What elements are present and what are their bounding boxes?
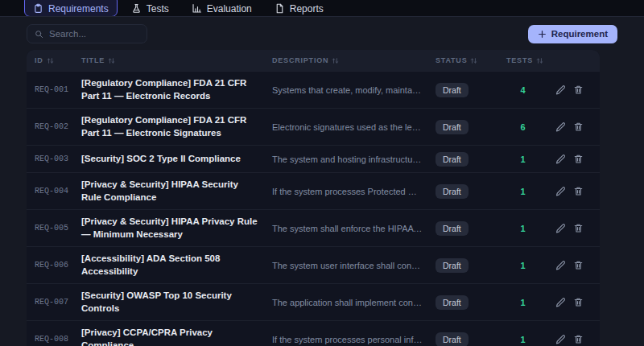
trash-icon bbox=[573, 223, 584, 233]
edit-button[interactable] bbox=[555, 122, 566, 132]
requirement-title: [Security] OWASP Top 10 Security Control… bbox=[73, 284, 264, 320]
tab-reports[interactable]: Reports bbox=[266, 0, 332, 17]
search-box[interactable] bbox=[27, 24, 147, 43]
delete-button[interactable] bbox=[573, 84, 584, 95]
status-badge: Draft bbox=[436, 83, 469, 97]
table-row[interactable]: REQ-003 [Security] SOC 2 Type II Complia… bbox=[27, 145, 600, 172]
edit-button[interactable] bbox=[555, 297, 566, 307]
table-row[interactable]: REQ-007 [Security] OWASP Top 10 Security… bbox=[27, 283, 600, 320]
requirement-description: Electronic signatures used as the legall… bbox=[264, 117, 427, 138]
row-actions bbox=[544, 116, 600, 138]
status-cell: Draft bbox=[427, 178, 498, 204]
requirement-id: REQ-002 bbox=[27, 117, 73, 137]
requirement-id: REQ-006 bbox=[27, 255, 73, 275]
pencil-icon bbox=[555, 297, 566, 307]
row-actions bbox=[544, 79, 600, 101]
tests-count: 1 bbox=[498, 292, 544, 313]
edit-button[interactable] bbox=[555, 186, 566, 196]
delete-button[interactable] bbox=[573, 154, 584, 164]
tests-count: 6 bbox=[498, 117, 544, 138]
tab-label: Reports bbox=[290, 3, 324, 14]
requirement-id: REQ-001 bbox=[27, 80, 73, 100]
tab-evaluation[interactable]: Evaluation bbox=[183, 0, 261, 17]
table-row[interactable]: REQ-008 [Privacy] CCPA/CPRA Privacy Comp… bbox=[27, 320, 600, 346]
add-requirement-label: Requirement bbox=[551, 29, 608, 39]
status-cell: Draft bbox=[427, 146, 498, 172]
requirement-description: The system shall enforce the HIPAA minim… bbox=[264, 218, 427, 239]
row-actions bbox=[544, 328, 600, 346]
status-badge: Draft bbox=[436, 184, 469, 199]
table-row[interactable]: REQ-006 [Accessibility] ADA Section 508 … bbox=[27, 246, 600, 283]
tests-count: 1 bbox=[498, 181, 544, 202]
flask-icon bbox=[131, 3, 142, 14]
requirement-title: [Accessibility] ADA Section 508 Accessib… bbox=[73, 247, 264, 283]
requirement-id: REQ-005 bbox=[27, 218, 73, 238]
delete-button[interactable] bbox=[573, 334, 584, 344]
delete-button[interactable] bbox=[573, 223, 584, 233]
column-header-id[interactable]: ID bbox=[27, 56, 73, 64]
requirement-title: [Regulatory Compliance] FDA 21 CFR Part … bbox=[73, 72, 264, 108]
pencil-icon bbox=[555, 186, 566, 196]
delete-button[interactable] bbox=[573, 260, 584, 270]
requirement-description: The application shall implement controls… bbox=[264, 292, 427, 313]
column-header-description[interactable]: Description bbox=[264, 56, 427, 64]
sort-icon bbox=[108, 57, 115, 64]
trash-icon bbox=[573, 334, 584, 344]
requirements-table: IDTitleDescriptionStatusTests REQ-001 [R… bbox=[27, 50, 600, 346]
status-badge: Draft bbox=[436, 332, 469, 346]
delete-button[interactable] bbox=[573, 122, 584, 132]
status-badge: Draft bbox=[436, 295, 469, 310]
pencil-icon bbox=[555, 84, 566, 95]
tests-count: 1 bbox=[498, 255, 544, 276]
table-row[interactable]: REQ-002 [Regulatory Compliance] FDA 21 C… bbox=[27, 108, 600, 145]
edit-button[interactable] bbox=[555, 154, 566, 164]
tab-tests[interactable]: Tests bbox=[122, 0, 178, 17]
tests-count: 4 bbox=[498, 80, 544, 101]
pencil-icon bbox=[555, 260, 566, 270]
row-actions bbox=[544, 254, 600, 276]
trash-icon bbox=[573, 297, 584, 307]
toolbar: Requirement bbox=[27, 24, 617, 43]
pencil-icon bbox=[555, 223, 566, 233]
tab-requirements[interactable]: Requirements bbox=[24, 0, 118, 17]
pencil-icon bbox=[555, 154, 566, 164]
tests-count: 1 bbox=[498, 149, 544, 170]
requirement-id: REQ-004 bbox=[27, 181, 73, 201]
column-label: Status bbox=[436, 56, 467, 64]
requirement-title: [Privacy] CCPA/CPRA Privacy Compliance bbox=[73, 321, 264, 346]
status-badge: Draft bbox=[436, 221, 469, 236]
column-label: ID bbox=[35, 56, 43, 64]
column-header-status[interactable]: Status bbox=[427, 56, 498, 64]
table-header-row: IDTitleDescriptionStatusTests bbox=[27, 50, 600, 71]
requirement-description: Systems that create, modify, maintain, a… bbox=[264, 80, 427, 101]
sort-icon bbox=[470, 57, 477, 64]
row-actions bbox=[544, 291, 600, 313]
bar-chart-icon bbox=[192, 3, 202, 14]
requirement-description: The system user interface shall conform … bbox=[264, 255, 427, 276]
requirement-description: If the system processes personal informa… bbox=[264, 329, 427, 346]
search-icon bbox=[35, 30, 43, 39]
requirement-title: [Privacy & Security] HIPAA Security Rule… bbox=[73, 173, 264, 209]
column-header-tests[interactable]: Tests bbox=[498, 56, 544, 64]
search-input[interactable] bbox=[49, 29, 139, 39]
column-header-title[interactable]: Title bbox=[73, 56, 264, 64]
delete-button[interactable] bbox=[573, 186, 584, 196]
delete-button[interactable] bbox=[573, 297, 584, 307]
edit-button[interactable] bbox=[555, 334, 566, 344]
edit-button[interactable] bbox=[555, 260, 566, 270]
add-requirement-button[interactable]: Requirement bbox=[528, 25, 617, 43]
edit-button[interactable] bbox=[555, 84, 566, 95]
table-row[interactable]: REQ-005 [Privacy & Security] HIPAA Priva… bbox=[27, 209, 600, 246]
edit-button[interactable] bbox=[555, 223, 566, 233]
row-actions bbox=[544, 148, 600, 170]
tests-count: 1 bbox=[498, 329, 544, 346]
trash-icon bbox=[573, 84, 584, 95]
column-label: Title bbox=[81, 56, 105, 64]
row-actions bbox=[544, 217, 600, 239]
status-cell: Draft bbox=[427, 76, 498, 103]
column-label: Tests bbox=[506, 56, 533, 64]
table-row[interactable]: REQ-001 [Regulatory Compliance] FDA 21 C… bbox=[27, 71, 600, 108]
row-actions bbox=[544, 180, 600, 202]
requirement-title: [Privacy & Security] HIPAA Privacy Rule … bbox=[73, 210, 264, 246]
table-row[interactable]: REQ-004 [Privacy & Security] HIPAA Secur… bbox=[27, 172, 600, 209]
